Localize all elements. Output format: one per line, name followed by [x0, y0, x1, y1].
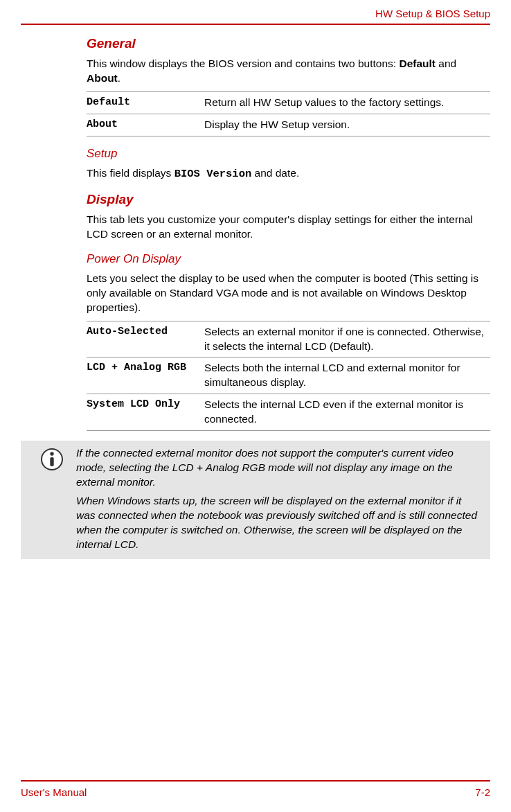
footer-right: 7-2 — [475, 786, 490, 800]
heading-general: General — [87, 35, 490, 53]
table-row: LCD + Analog RGB Selects both the intern… — [87, 357, 490, 394]
desc: Selects both the internal LCD and extern… — [204, 361, 490, 390]
term: Default — [87, 96, 204, 110]
header-title: HW Setup & BIOS Setup — [375, 8, 490, 19]
page-footer: User's Manual 7-2 — [21, 780, 490, 800]
desc: Display the HW Setup version. — [204, 118, 490, 132]
term: System LCD Only — [87, 398, 204, 427]
svg-point-1 — [50, 452, 53, 455]
note-p1: If the connected external monitor does n… — [76, 446, 483, 490]
desc: Selects an external monitor if one is co… — [204, 325, 490, 354]
poweron-text: Lets you select the display to be used w… — [87, 272, 490, 315]
poweron-table: Auto-Selected Selects an external monito… — [87, 321, 490, 432]
general-intro: This window displays the BIOS version an… — [87, 57, 490, 86]
setup-text: This field displays BIOS Version and dat… — [87, 166, 490, 182]
display-text: This tab lets you customize your compute… — [87, 213, 490, 242]
note-p2: When Windows starts up, the screen will … — [76, 494, 483, 552]
term: About — [87, 118, 204, 132]
info-note: If the connected external monitor does n… — [21, 441, 490, 558]
note-text: If the connected external monitor does n… — [76, 446, 483, 551]
general-table: Default Return all HW Setup values to th… — [87, 91, 490, 136]
desc: Selects the internal LCD even if the ext… — [204, 398, 490, 427]
table-row: Auto-Selected Selects an external monito… — [87, 321, 490, 358]
heading-display: Display — [87, 191, 490, 209]
page-header: HW Setup & BIOS Setup — [21, 7, 490, 25]
table-row: About Display the HW Setup version. — [87, 114, 490, 136]
heading-setup: Setup — [87, 146, 490, 162]
heading-poweron: Power On Display — [87, 251, 490, 267]
term: LCD + Analog RGB — [87, 361, 204, 390]
table-row: Default Return all HW Setup values to th… — [87, 91, 490, 114]
term: Auto-Selected — [87, 325, 204, 354]
svg-rect-2 — [50, 457, 53, 466]
desc: Return all HW Setup values to the factor… — [204, 96, 490, 110]
footer-left: User's Manual — [21, 786, 87, 800]
info-icon — [28, 446, 76, 471]
table-row: System LCD Only Selects the internal LCD… — [87, 394, 490, 431]
